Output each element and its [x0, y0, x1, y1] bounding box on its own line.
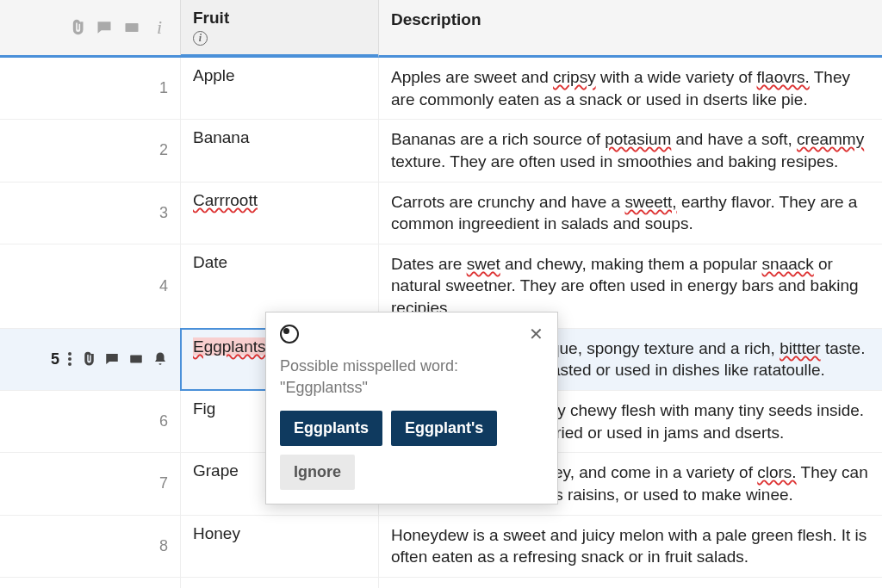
row-number-cell[interactable]: 9 — [0, 578, 181, 588]
row-number: 2 — [159, 141, 168, 159]
row-number-cell[interactable]: 6 — [0, 391, 181, 452]
column-header-description[interactable]: Description — [379, 0, 882, 55]
misspelled-word[interactable]: potasium — [605, 130, 671, 148]
misspelled-word[interactable]: creammy — [797, 130, 864, 148]
misspelled-word[interactable]: flaovrs. — [757, 68, 810, 86]
row-number-cell[interactable]: 2 — [0, 120, 181, 181]
row-number: 8 — [159, 537, 168, 555]
misspelled-word[interactable]: snaack — [762, 255, 814, 273]
close-icon[interactable]: ✕ — [529, 325, 543, 343]
table-row[interactable]: 1AppleApples are sweet and cripsy with a… — [0, 58, 882, 120]
attachment-icon[interactable] — [80, 351, 96, 367]
misspelled-word[interactable]: swet — [467, 255, 500, 273]
bell-icon[interactable] — [152, 351, 168, 367]
table-row[interactable]: 3CarrroottCarrots are crunchy and have a… — [0, 183, 882, 244]
table-row[interactable]: 2BananaBananas are a rich source of pota… — [0, 120, 882, 182]
misspelled-word[interactable]: Carrroott — [193, 191, 258, 209]
description-cell[interactable]: Apples are sweet and cripsy with a wide … — [379, 58, 882, 119]
column-header-fruit[interactable]: Fruit i — [181, 0, 379, 58]
misspelled-word[interactable]: Eggplantss — [193, 337, 274, 356]
fruit-cell[interactable]: Honey — [181, 516, 379, 577]
header-row-tools: i — [0, 0, 181, 55]
row-number: 4 — [159, 277, 168, 295]
row-number: 1 — [159, 79, 168, 97]
row-number-cell[interactable]: 5 — [0, 329, 181, 390]
row-number: 6 — [159, 412, 168, 430]
spellcheck-message-prefix: Possible misspelled word: — [280, 357, 458, 374]
comment-icon[interactable] — [104, 351, 120, 367]
spellcheck-message-word: "Eggplantss" — [280, 379, 368, 396]
description-cell[interactable]: Honeydew is a sweet and juicy melon with… — [379, 516, 882, 577]
spellcheck-message: Possible misspelled word: "Eggplantss" — [280, 356, 543, 399]
table-row[interactable]: 9IcebergIceberg lettuce has a crispsy, w… — [0, 578, 882, 588]
svg-rect-1 — [130, 356, 142, 363]
row-number-cell[interactable]: 1 — [0, 58, 181, 119]
table-header: i Fruit i Description — [0, 0, 882, 58]
misspelled-word[interactable]: sweett, — [624, 193, 676, 211]
fruit-cell[interactable]: Banana — [181, 120, 379, 181]
description-cell[interactable]: Bananas are a rich source of potasium an… — [379, 120, 882, 181]
description-cell[interactable]: Carrots are crunchy and have a sweett, e… — [379, 183, 882, 244]
misspelled-word[interactable]: clors. — [757, 463, 796, 481]
row-number-cell[interactable]: 8 — [0, 516, 181, 577]
spellcheck-logo-icon — [280, 325, 299, 344]
suggestion-button-1[interactable]: Eggplants — [280, 411, 382, 446]
misspelled-word[interactable]: cripsy — [553, 68, 596, 86]
misspelled-word[interactable]: bittter — [780, 339, 821, 357]
spellcheck-popup: ✕ Possible misspelled word: "Eggplantss"… — [265, 312, 558, 504]
row-number: 5 — [51, 350, 59, 368]
column-header-description-label: Description — [391, 10, 481, 28]
fruit-cell[interactable]: Apple — [181, 58, 379, 119]
suggestion-button-2[interactable]: Eggplant's — [391, 411, 497, 446]
row-number-cell[interactable]: 7 — [0, 453, 181, 514]
row-menu-icon[interactable] — [68, 352, 71, 366]
fruit-cell[interactable]: Carrroott — [181, 183, 379, 244]
fruit-cell[interactable]: Iceberg — [181, 578, 379, 588]
svg-rect-0 — [126, 23, 139, 32]
column-header-fruit-label: Fruit — [193, 9, 366, 28]
row-number: 3 — [159, 204, 168, 222]
ignore-button[interactable]: Ignore — [280, 455, 355, 490]
info-icon[interactable]: i — [151, 19, 168, 36]
row-number-cell[interactable]: 4 — [0, 244, 181, 328]
column-info-icon[interactable]: i — [193, 31, 208, 46]
card-icon[interactable] — [123, 19, 140, 36]
description-cell[interactable]: Iceberg lettuce has a crispsy, watery te… — [379, 578, 882, 588]
row-number-cell[interactable]: 3 — [0, 183, 181, 244]
table-row[interactable]: 8HoneyHoneydew is a sweet and juicy melo… — [0, 516, 882, 578]
attachment-icon[interactable] — [68, 19, 85, 36]
comment-icon[interactable] — [96, 19, 113, 36]
row-number: 7 — [159, 474, 168, 492]
spellcheck-buttons: Eggplants Eggplant's Ignore — [280, 411, 543, 490]
card-icon[interactable] — [128, 351, 144, 367]
